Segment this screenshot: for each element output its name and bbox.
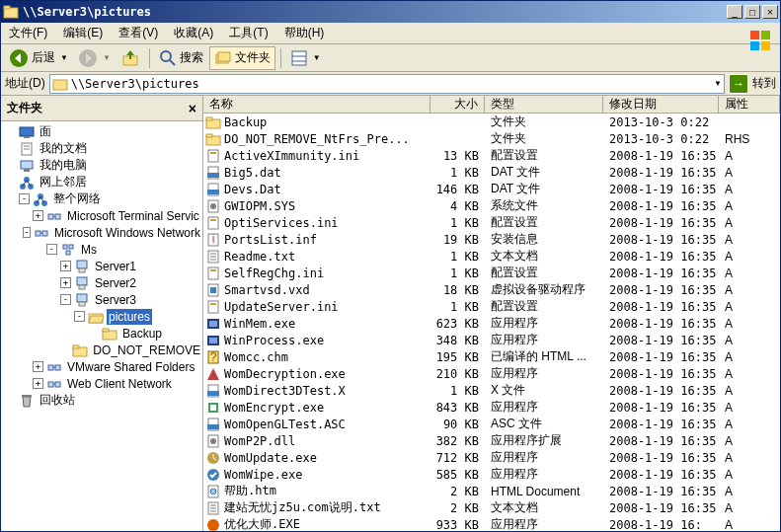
expand-button[interactable]: + [60,261,71,271]
chevron-down-icon[interactable]: ▼ [714,79,722,88]
tree-item[interactable]: 面 [1,123,202,140]
expand-button[interactable]: + [33,210,43,221]
file-row[interactable]: 帮助.htm2 KBHTML Document2008-1-19 16:35A [203,483,780,499]
tree-item[interactable]: 回收站 [1,392,202,409]
file-row[interactable]: WomUpdate.exe712 KB应用程序2008-1-19 16:35A [203,449,780,466]
tree-item[interactable]: 我的电脑 [1,157,202,174]
menu-view[interactable]: 查看(V) [111,22,166,44]
address-input[interactable]: \\Server3\pictures ▼ [49,74,725,94]
file-row[interactable]: DO_NOT_REMOVE_NtFrs_Pre...文件夹2013-10-3 0… [203,130,780,147]
file-row[interactable]: OptiServices.ini1 KB配置设置2008-1-19 16:35A [203,214,780,231]
file-row[interactable]: SelfRegChg.ini1 KB配置设置2008-1-19 16:35A [203,265,780,281]
dat-icon [205,182,221,197]
expand-button[interactable]: - [19,193,30,204]
file-row[interactable]: WomEncrypt.exe843 KB应用程序2008-1-19 16:35A [203,399,780,416]
file-row[interactable]: WomP2P.dll382 KB应用程序扩展2008-1-19 16:35A [203,432,780,449]
address-bar: 地址(D) \\Server3\pictures ▼ → 转到 [1,72,780,96]
menu-edit[interactable]: 编辑(E) [55,22,111,44]
tree-item[interactable]: -Server3 [1,291,202,308]
chevron-down-icon: ▼ [60,53,68,62]
forward-button[interactable]: ▼ [74,46,115,70]
expand-button[interactable]: - [23,227,31,238]
col-size[interactable]: 大小 [430,96,485,113]
file-row[interactable]: iPortsList.inf19 KB安装信息2008-1-19 16:35A [203,231,780,248]
close-button[interactable]: × [762,5,778,19]
file-row[interactable]: WomDirect3DTest.X1 KBX 文件2008-1-19 16:35… [203,382,780,399]
file-attr: A [719,166,780,180]
col-date[interactable]: 修改日期 [603,96,719,113]
file-name: UpdateServer.ini [224,300,339,314]
expand-button[interactable]: - [46,244,57,255]
file-row[interactable]: Backup文件夹2013-10-3 0:22 [203,114,780,130]
tree-item[interactable]: +Server1 [1,258,202,274]
tree-item[interactable]: -Microsoft Windows Network [1,224,202,241]
tree-item[interactable]: 网上邻居 [1,174,202,190]
tree-item[interactable]: -pictures [1,308,202,325]
titlebar[interactable]: \\Server3\pictures _ □ × [1,1,780,23]
svg-rect-73 [208,217,218,229]
file-row[interactable]: Devs.Dat146 KBDAT 文件2008-1-19 16:35A [203,181,780,197]
file-row[interactable]: Smartvsd.vxd18 KB虚拟设备驱动程序2008-1-19 16:35… [203,281,780,298]
file-size: 1 KB [430,216,485,230]
address-text: \\Server3\pictures [71,77,712,91]
tree-item[interactable]: Backup [1,325,202,342]
file-row[interactable]: 建站无忧jz5u.com说明.txt2 KB文本文档2008-1-19 16:3… [203,499,780,516]
tree-item[interactable]: +Web Client Network [1,375,202,392]
file-row[interactable]: WomDecryption.exe210 KB应用程序2008-1-19 16:… [203,365,780,382]
file-row[interactable]: ActiveXImmunity.ini13 KB配置设置2008-1-19 16… [203,147,780,164]
server-icon [74,259,90,274]
svg-rect-2 [750,31,759,39]
file-size: 18 KB [430,283,485,297]
menu-fav[interactable]: 收藏(A) [166,22,221,44]
back-button[interactable]: 后退 ▼ [5,46,72,70]
menu-tools[interactable]: 工具(T) [221,22,275,44]
minimize-button[interactable]: _ [727,5,742,19]
tree-item[interactable]: +Server2 [1,274,202,291]
network-icon [33,191,48,207]
close-icon[interactable]: × [189,101,196,116]
menu-file[interactable]: 文件(F) [1,22,55,44]
file-row[interactable]: Big5.dat1 KBDAT 文件2008-1-19 16:35A [203,164,780,181]
expand-button[interactable]: + [33,378,43,389]
file-type: 已编译的 HTML ... [485,348,603,365]
file-row[interactable]: WinMem.exe623 KB应用程序2008-1-19 16:35A [203,315,780,332]
folder-tree[interactable]: 面我的文档我的电脑网上邻居-整个网络+Microsoft Terminal Se… [1,121,202,531]
tree-item[interactable]: +VMware Shared Folders [1,358,202,375]
tree-item[interactable]: -整个网络 [1,190,202,207]
expand-button[interactable]: - [74,311,85,322]
svg-rect-62 [206,117,212,120]
file-row[interactable]: WomWipe.exe585 KB应用程序2008-1-19 16:35A [203,466,780,483]
col-name[interactable]: 名称 [203,96,430,113]
expand-button[interactable]: + [33,361,43,372]
expand-button[interactable]: - [60,294,71,305]
search-button[interactable]: 搜索 [155,47,207,69]
file-row[interactable]: Readme.txt1 KB文本文档2008-1-19 16:35A [203,248,780,265]
col-type[interactable]: 类型 [485,96,603,113]
file-size: 585 KB [430,468,485,482]
tree-item[interactable]: -Ms [1,241,202,258]
tree-item[interactable]: +Microsoft Terminal Servic [1,207,202,224]
maximize-button[interactable]: □ [744,5,760,19]
file-row[interactable]: GWIOPM.SYS4 KB系统文件2008-1-19 16:35A [203,197,780,214]
file-size: 382 KB [430,434,485,448]
up-button[interactable] [117,46,144,70]
file-row[interactable]: ?Womcc.chm195 KB已编译的 HTML ...2008-1-19 1… [203,348,780,365]
dll-icon [205,433,221,449]
file-attr: A [719,401,780,415]
tree-item[interactable]: 我的文档 [1,140,202,157]
exe1-icon [205,333,221,348]
file-row[interactable]: WinProcess.exe348 KB应用程序2008-1-19 16:35A [203,332,780,348]
tree-item[interactable]: DO_NOT_REMOVE [1,342,202,358]
tree-label: VMware Shared Folders [65,359,196,375]
col-attr[interactable]: 属性 [719,96,780,113]
go-button[interactable]: → [729,74,748,94]
views-button[interactable]: ▼ [286,47,325,69]
menu-help[interactable]: 帮助(H) [276,22,333,44]
file-row[interactable]: WomOpenGLTest.ASC90 KBASC 文件2008-1-19 16… [203,416,780,432]
folders-button[interactable]: 文件夹 [209,46,275,70]
file-row[interactable]: 优化大师.EXE933 KB应用程序2008-1-19 16:A [203,516,780,531]
file-row[interactable]: UpdateServer.ini1 KB配置设置2008-1-19 16:35A [203,298,780,315]
expand-button[interactable]: + [60,277,71,288]
file-name: WinMem.exe [224,317,295,331]
file-list[interactable]: Backup文件夹2013-10-3 0:22DO_NOT_REMOVE_NtF… [203,114,780,531]
